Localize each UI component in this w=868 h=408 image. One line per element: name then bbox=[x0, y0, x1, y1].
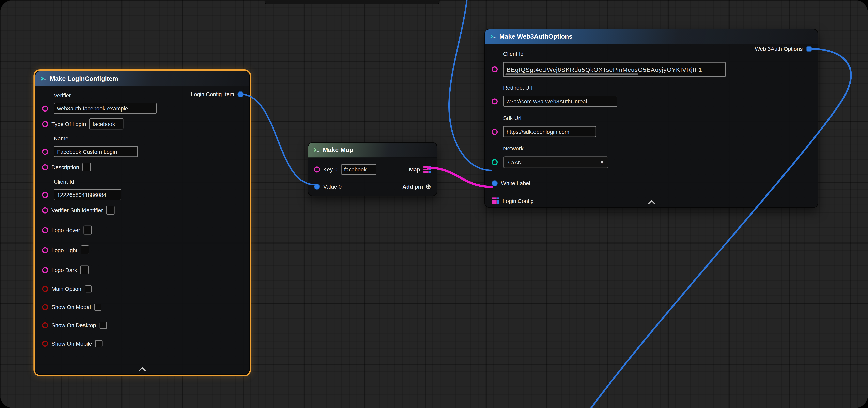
blueprint-graph-stage: Make LoginConfigItem Login Config Item V… bbox=[0, 0, 868, 408]
node-title: Make Web3AuthOptions bbox=[499, 33, 572, 40]
pin-label-logo-dark: Logo Dark bbox=[52, 267, 77, 273]
pin-label-logo-light: Logo Light bbox=[52, 247, 78, 253]
add-pin-plus-icon: ⊕ bbox=[425, 183, 431, 190]
pin-logo-dark[interactable] bbox=[42, 267, 48, 273]
pin-sdk-url[interactable] bbox=[492, 129, 498, 135]
output-label: Login Config Item bbox=[191, 91, 234, 97]
offscreen-node-edge[interactable] bbox=[265, 0, 439, 4]
output-login-config-item: Login Config Item bbox=[191, 91, 244, 97]
pin-map-out[interactable] bbox=[424, 166, 431, 173]
pin-label-show-on-modal: Show On Modal bbox=[52, 304, 91, 310]
node-header-make-map[interactable]: Make Map bbox=[308, 143, 437, 158]
pin-verifier[interactable] bbox=[42, 105, 48, 111]
pin-row-logo-dark: Logo Dark bbox=[42, 260, 243, 280]
network-value: CYAN bbox=[508, 160, 522, 165]
verifier-sub-identifier-input[interactable] bbox=[106, 206, 115, 214]
node-make-web3auth-options[interactable]: Make Web3AuthOptions Web 3Auth Options C… bbox=[485, 29, 818, 208]
pin-row-logo-hover: Logo Hover bbox=[42, 220, 243, 240]
logo-light-input[interactable] bbox=[81, 245, 89, 254]
make-node-icon bbox=[40, 75, 46, 82]
pin-description[interactable] bbox=[42, 164, 48, 170]
web3-client-id-input[interactable]: BEgIQSgt4cUWcj6SKRdu5QkOXTsePmMcusG5EAoy… bbox=[503, 62, 726, 77]
pin-row-description: Description bbox=[42, 157, 243, 177]
logo-dark-input[interactable] bbox=[81, 265, 89, 274]
pin-client-id[interactable] bbox=[42, 192, 48, 198]
pin-label-key-0: Key 0 bbox=[323, 166, 338, 172]
pin-row-sdk-url: Sdk Url https://sdk.openlogin.com bbox=[492, 113, 811, 143]
pin-white-label[interactable] bbox=[492, 180, 498, 186]
make-map-icon bbox=[313, 146, 319, 153]
make-node-icon bbox=[489, 33, 496, 40]
pin-label-description: Description bbox=[52, 164, 79, 170]
sdk-url-input[interactable]: https://sdk.openlogin.com bbox=[503, 126, 596, 137]
node-make-map[interactable]: Make Map Key 0 facebook Map bbox=[308, 142, 437, 196]
pin-label-show-on-desktop: Show On Desktop bbox=[52, 322, 96, 329]
output-label-map: Map bbox=[409, 166, 420, 172]
map-row-value0: Value 0 Add pin ⊕ bbox=[314, 178, 431, 195]
node-header-make-web3auth-options[interactable]: Make Web3AuthOptions bbox=[485, 29, 817, 44]
collapse-chevron-icon[interactable] bbox=[137, 366, 148, 373]
pin-label-sdk-url: Sdk Url bbox=[503, 113, 811, 123]
pin-login-config[interactable] bbox=[492, 197, 499, 204]
pin-label-show-on-mobile: Show On Mobile bbox=[52, 341, 92, 347]
pin-label-verifier-sub-identifier: Verifier Sub Identifier bbox=[52, 207, 103, 213]
node-header-make-login-config-item[interactable]: Make LoginConfigItem bbox=[35, 71, 249, 86]
pin-show-on-mobile[interactable] bbox=[42, 341, 48, 347]
pin-label-login-config: Login Config bbox=[503, 198, 534, 204]
output-web3auth-options: Web 3Auth Options bbox=[755, 46, 812, 52]
pin-label-client-id: Client Id bbox=[54, 177, 243, 186]
pin-row-show-on-mobile: Show On Mobile bbox=[42, 335, 243, 353]
pin-label-name: Name bbox=[54, 134, 243, 143]
client-id-scrollbar[interactable] bbox=[505, 73, 638, 75]
pin-redirect-url[interactable] bbox=[492, 98, 498, 104]
pin-show-on-desktop[interactable] bbox=[42, 322, 48, 329]
pin-row-client-id: Client Id 1222658941886084 bbox=[42, 177, 243, 200]
pin-row-show-on-modal: Show On Modal bbox=[42, 298, 243, 316]
node-make-login-config-item[interactable]: Make LoginConfigItem Login Config Item V… bbox=[35, 71, 250, 375]
type-of-login-input[interactable]: facebook bbox=[89, 118, 124, 130]
pin-key-0[interactable] bbox=[314, 166, 320, 172]
pin-row-redirect-url: Redirect Url w3a://com.w3a.Web3AuthUnrea… bbox=[492, 82, 811, 113]
key-0-input[interactable]: facebook bbox=[341, 164, 376, 175]
pin-logo-light[interactable] bbox=[42, 247, 48, 253]
chevron-down-icon: ▾ bbox=[600, 159, 603, 165]
name-input[interactable]: Facebook Custom Login bbox=[54, 146, 138, 157]
node-title: Make LoginConfigItem bbox=[50, 75, 118, 82]
pin-logo-hover[interactable] bbox=[42, 227, 48, 233]
pin-name[interactable] bbox=[42, 148, 48, 155]
pin-value-0[interactable] bbox=[314, 183, 320, 190]
main-option-checkbox[interactable] bbox=[85, 285, 92, 293]
pin-row-main-option: Main Option bbox=[42, 280, 243, 298]
description-input[interactable] bbox=[83, 163, 91, 171]
verifier-input[interactable]: web3auth-facebook-example bbox=[54, 103, 157, 114]
show-on-modal-checkbox[interactable] bbox=[94, 304, 101, 311]
pin-row-name: Name Facebook Custom Login bbox=[42, 134, 243, 157]
pin-web3auth-options-out[interactable] bbox=[806, 46, 812, 52]
map-row-key0: Key 0 facebook Map bbox=[314, 161, 431, 178]
web3-client-id-text: BEgIQSgt4cUWcj6SKRdu5QkOXTsePmMcusG5EAoy… bbox=[506, 66, 702, 73]
pin-label-value-0: Value 0 bbox=[323, 183, 342, 190]
network-dropdown[interactable]: CYAN ▾ bbox=[503, 157, 609, 168]
pin-row-logo-light: Logo Light bbox=[42, 240, 243, 260]
pin-row-network: Network CYAN ▾ bbox=[492, 143, 811, 174]
show-on-mobile-checkbox[interactable] bbox=[95, 340, 103, 347]
pin-login-config-item-out[interactable] bbox=[238, 91, 244, 97]
pin-network[interactable] bbox=[492, 159, 498, 165]
add-pin-button[interactable]: Add pin ⊕ bbox=[402, 183, 431, 190]
pin-row-show-on-desktop: Show On Desktop bbox=[42, 316, 243, 335]
blueprint-graph-canvas[interactable]: Make LoginConfigItem Login Config Item V… bbox=[0, 0, 868, 408]
pin-type-of-login[interactable] bbox=[42, 121, 48, 127]
pin-verifier-sub-identifier[interactable] bbox=[42, 207, 48, 213]
logo-hover-input[interactable] bbox=[84, 226, 92, 235]
pin-label-redirect-url: Redirect Url bbox=[503, 82, 811, 92]
pin-label-logo-hover: Logo Hover bbox=[52, 227, 80, 233]
pin-row-type-of-login: Type Of Login facebook bbox=[42, 114, 243, 134]
show-on-desktop-checkbox[interactable] bbox=[99, 322, 107, 329]
pin-main-option[interactable] bbox=[42, 286, 48, 292]
collapse-chevron-icon[interactable] bbox=[646, 199, 657, 206]
pin-show-on-modal[interactable] bbox=[42, 304, 48, 310]
pin-client-id[interactable] bbox=[492, 66, 498, 72]
client-id-input[interactable]: 1222658941886084 bbox=[54, 189, 121, 200]
pin-label-main-option: Main Option bbox=[52, 286, 81, 292]
redirect-url-input[interactable]: w3a://com.w3a.Web3AuthUnreal bbox=[503, 96, 617, 107]
